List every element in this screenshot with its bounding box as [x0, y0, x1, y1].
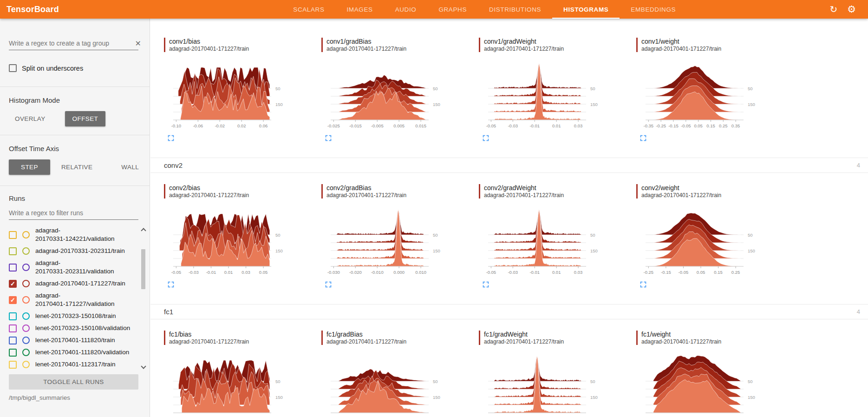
close-icon[interactable]: ✕ [135, 39, 141, 48]
card-accent-bar [164, 184, 165, 199]
tab-images[interactable]: IMAGES [336, 0, 384, 19]
run-label: adagrad-20170331-202311/validation [35, 259, 114, 276]
svg-text:50: 50 [275, 232, 281, 238]
main-panel[interactable]: conv1/biasadagrad-20170401-171227/train-… [150, 19, 868, 417]
histogram-card: conv2/gradBiasadagrad-20170401-171227/tr… [321, 184, 479, 288]
runs-filter-input[interactable] [9, 208, 138, 220]
chart-title: conv1/bias [169, 38, 249, 46]
chart-title: fc1/gradBias [326, 331, 406, 338]
svg-text:50: 50 [748, 232, 753, 238]
scroll-up-icon[interactable] [141, 228, 146, 233]
run-list-item[interactable]: lenet-20170401-111820/validation [9, 346, 138, 358]
card-titles: conv2/biasadagrad-20170401-171227/train [169, 184, 249, 200]
tab-histograms[interactable]: HISTOGRAMS [552, 0, 620, 19]
run-checkbox[interactable]: ✓ [9, 280, 17, 288]
svg-text:150: 150 [275, 395, 283, 400]
toggle-all-runs-button[interactable]: TOGGLE ALL RUNS [9, 374, 138, 390]
expand-icon[interactable] [168, 281, 174, 288]
tab-graphs[interactable]: GRAPHS [427, 0, 478, 19]
settings-icon[interactable]: ⚙ [847, 5, 856, 14]
section-header-conv2[interactable]: conv24 [150, 158, 868, 173]
svg-text:-0.015: -0.015 [349, 123, 362, 128]
run-color-circle[interactable] [22, 337, 30, 344]
expand-icon[interactable] [483, 281, 489, 288]
split-underscores-row[interactable]: Split on underscores [9, 64, 138, 72]
refresh-icon[interactable]: ↻ [829, 5, 837, 14]
run-list-item[interactable]: adagrad-20170331-202311/validation [9, 257, 138, 278]
card-row-fc1: fc1/biasadagrad-20170401-171227/train501… [150, 331, 868, 417]
run-label: adagrad-20170331-202311/train [35, 247, 125, 255]
run-checkbox[interactable] [9, 337, 17, 344]
histogram-chart: -0.05-0.03-0.010.010.030.0550150 [164, 204, 321, 277]
run-checkbox[interactable] [9, 361, 17, 369]
svg-text:0.01: 0.01 [552, 270, 561, 275]
scroll-down-icon[interactable] [141, 364, 146, 369]
expand-icon[interactable] [325, 281, 332, 288]
chart-run-label: adagrad-20170401-171227/train [169, 192, 249, 199]
run-list-item[interactable]: lenet-20170401-111820/train [9, 334, 138, 346]
run-label-line: 20170401-171227/validation [35, 300, 114, 308]
svg-text:50: 50 [433, 379, 438, 384]
run-checkbox[interactable] [9, 349, 17, 357]
histogram-card: fc1/weightadagrad-20170401-171227/train5… [636, 331, 794, 417]
histogram-card: conv2/gradWeightadagrad-20170401-171227/… [479, 184, 636, 288]
expand-icon[interactable] [640, 135, 646, 141]
run-list-item[interactable]: lenet-20170323-150108/train [9, 310, 138, 322]
histogram-chart: -0.10-0.06-0.020.020.0650150 [164, 57, 321, 131]
tab-embeddings[interactable]: EMBEDDINGS [620, 0, 687, 19]
relative-button[interactable]: RELATIVE [54, 159, 100, 175]
expand-icon[interactable] [640, 281, 646, 288]
card-header: fc1/weightadagrad-20170401-171227/train [636, 331, 794, 346]
card-titles: conv2/gradWeightadagrad-20170401-171227/… [484, 184, 564, 200]
card-titles: conv1/gradBiasadagrad-20170401-171227/tr… [326, 38, 406, 53]
run-color-circle[interactable] [22, 247, 30, 255]
svg-text:-0.25: -0.25 [644, 270, 654, 275]
step-button[interactable]: STEP [9, 159, 50, 175]
run-list-item[interactable]: ✓adagrad-20170401-171227/validation [9, 290, 138, 310]
tab-audio[interactable]: AUDIO [384, 0, 428, 19]
run-color-circle[interactable] [22, 296, 30, 304]
run-list-item[interactable]: ✓adagrad-20170401-171227/train [9, 278, 138, 290]
run-checkbox[interactable] [9, 324, 17, 332]
run-list-item[interactable]: adagrad-20170331-202311/train [9, 245, 138, 257]
wall-button[interactable]: WALL [114, 159, 146, 175]
run-color-circle[interactable] [22, 231, 30, 238]
tab-distributions[interactable]: DISTRIBUTIONS [478, 0, 552, 19]
app-title: TensorBoard [0, 0, 139, 19]
run-color-circle[interactable] [22, 361, 30, 368]
histogram-card: fc1/biasadagrad-20170401-171227/train501… [164, 331, 321, 417]
split-underscores-checkbox[interactable] [9, 64, 17, 72]
section-header-fc1[interactable]: fc14 [150, 304, 868, 319]
expand-icon[interactable] [168, 135, 174, 141]
run-list-item[interactable]: lenet-20170401-112317/train [9, 358, 138, 371]
expand-icon[interactable] [483, 135, 489, 141]
svg-text:-0.010: -0.010 [371, 270, 384, 275]
histogram-card: conv1/biasadagrad-20170401-171227/train-… [164, 38, 321, 141]
runs-scrollbar [140, 227, 147, 370]
expand-icon[interactable] [325, 135, 332, 141]
svg-text:-0.05: -0.05 [679, 270, 689, 275]
run-color-circle[interactable] [22, 280, 30, 287]
card-accent-bar [636, 38, 638, 52]
run-list-item[interactable]: adagrad-20170331-124221/validation [9, 225, 138, 245]
overlay-button[interactable]: OVERLAY [7, 111, 53, 126]
run-checkbox[interactable]: ✓ [9, 296, 17, 304]
histogram-chart: -0.35-0.25-0.15-0.050.050.150.250.355015… [636, 57, 794, 131]
tag-filter-input[interactable] [9, 38, 138, 50]
run-color-circle[interactable] [22, 349, 30, 356]
run-checkbox[interactable] [9, 264, 17, 271]
offset-button[interactable]: OFFSET [65, 111, 106, 126]
scrollbar-thumb[interactable] [141, 249, 145, 289]
run-checkbox[interactable] [9, 312, 17, 320]
run-checkbox[interactable] [9, 247, 17, 255]
run-list-item[interactable]: lenet-20170323-150108/validation [9, 322, 138, 334]
run-color-circle[interactable] [22, 312, 30, 320]
run-checkbox[interactable] [9, 231, 17, 239]
section-title: fc1 [164, 308, 173, 316]
run-color-circle[interactable] [22, 264, 30, 271]
tab-scalars[interactable]: SCALARS [282, 0, 335, 19]
run-label: lenet-20170323-150108/train [35, 312, 116, 320]
svg-text:-0.35: -0.35 [644, 123, 654, 128]
svg-text:0.01: 0.01 [224, 270, 233, 275]
run-color-circle[interactable] [22, 324, 30, 332]
